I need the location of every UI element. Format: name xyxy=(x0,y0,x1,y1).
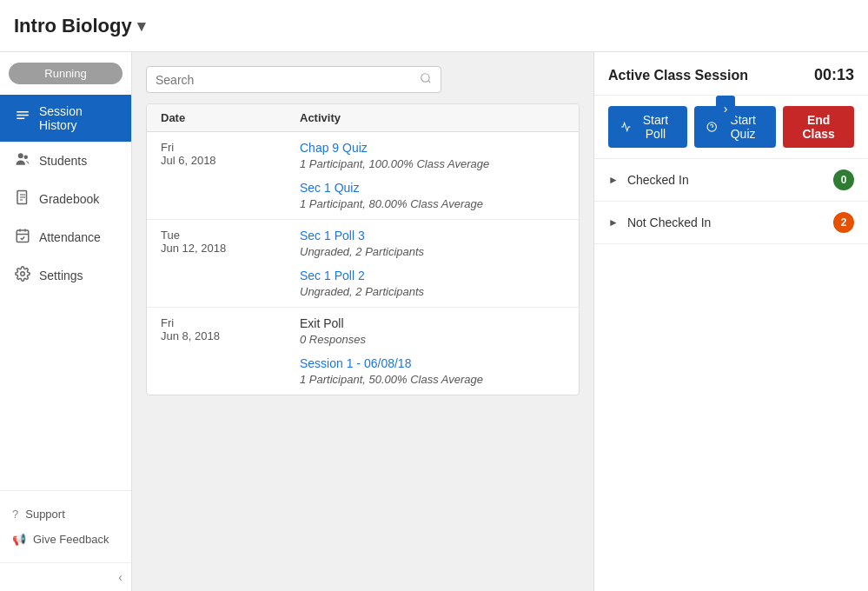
svg-point-4 xyxy=(24,156,29,160)
date-cell: Tue Jun 12, 2018 xyxy=(161,229,300,255)
right-panel-header: Active Class Session 00:13 xyxy=(594,52,868,96)
activity-entry: Session 1 - 06/08/18 1 Participant, 50.0… xyxy=(300,356,565,386)
content-wrapper: Date Activity Fri Jul 6, 2018 Chap 9 Qui… xyxy=(132,52,868,591)
checked-in-row[interactable]: ► Checked In 0 xyxy=(594,159,868,202)
date-day: Fri xyxy=(161,141,300,154)
col-header-activity: Activity xyxy=(300,111,565,124)
checked-in-chevron: ► xyxy=(608,174,619,186)
date-day: Fri xyxy=(161,316,300,329)
activity-link[interactable]: Session 1 - 06/08/18 xyxy=(300,356,565,370)
svg-point-3 xyxy=(18,153,23,158)
activity-entry: Sec 1 Poll 2 Ungraded, 2 Participants xyxy=(300,269,565,298)
svg-point-14 xyxy=(421,74,429,82)
sidebar-collapse-button[interactable]: ‹ xyxy=(0,562,131,591)
class-timer: 00:13 xyxy=(814,66,854,84)
activity-cell: Exit Poll 0 Responses Session 1 - 06/08/… xyxy=(300,316,565,386)
sidebar: Running Session History Students Gradebo… xyxy=(0,52,132,591)
gradebook-icon xyxy=(15,189,30,209)
quiz-icon xyxy=(706,120,717,134)
date-cell: Fri Jun 8, 2018 xyxy=(161,316,300,342)
support-icon: ? xyxy=(12,508,18,521)
end-class-button[interactable]: End Class xyxy=(783,106,854,148)
table-header: Date Activity xyxy=(147,104,579,132)
table-row: Tue Jun 12, 2018 Sec 1 Poll 3 Ungraded, … xyxy=(147,220,579,308)
table-row: Fri Jun 8, 2018 Exit Poll 0 Responses Se… xyxy=(147,308,579,395)
activity-name-plain: Exit Poll xyxy=(300,316,565,330)
main-layout: Running Session History Students Gradebo… xyxy=(0,52,868,591)
svg-rect-9 xyxy=(17,230,29,242)
search-bar xyxy=(146,66,441,93)
feedback-link[interactable]: 📢 Give Feedback xyxy=(12,527,119,552)
collapse-icon: ‹ xyxy=(118,570,123,584)
activity-link[interactable]: Chap 9 Quiz xyxy=(300,141,565,155)
checked-in-label: Checked In xyxy=(627,173,833,187)
activity-entry: Sec 1 Poll 3 Ungraded, 2 Participants xyxy=(300,229,565,258)
activity-detail: 0 Responses xyxy=(300,333,366,346)
feedback-label: Give Feedback xyxy=(33,533,109,546)
activity-link[interactable]: Sec 1 Quiz xyxy=(300,181,565,195)
start-poll-button[interactable]: Start Poll xyxy=(608,106,687,148)
attendance-icon xyxy=(15,228,30,247)
sidebar-item-settings[interactable]: Settings xyxy=(0,256,131,295)
session-table: Date Activity Fri Jul 6, 2018 Chap 9 Qui… xyxy=(146,103,580,395)
sidebar-item-label: Settings xyxy=(39,269,83,282)
activity-cell: Chap 9 Quiz 1 Participant, 100.00% Class… xyxy=(300,141,565,210)
date-cell: Fri Jul 6, 2018 xyxy=(161,141,300,167)
activity-link[interactable]: Sec 1 Poll 2 xyxy=(300,269,565,282)
feedback-icon: 📢 xyxy=(12,533,26,546)
sidebar-item-attendance[interactable]: Attendance xyxy=(0,218,131,256)
session-history-icon xyxy=(15,109,30,128)
sidebar-item-label: Gradebook xyxy=(39,192,99,206)
sidebar-item-session-history[interactable]: Session History xyxy=(0,95,131,142)
date-full: Jun 12, 2018 xyxy=(161,242,300,255)
sidebar-nav: Session History Students Gradebook Atten… xyxy=(0,95,131,490)
activity-detail: Ungraded, 2 Participants xyxy=(300,285,424,298)
sidebar-item-label: Students xyxy=(39,154,87,168)
activity-entry: Exit Poll 0 Responses xyxy=(300,316,565,346)
content-area: Date Activity Fri Jul 6, 2018 Chap 9 Qui… xyxy=(132,52,593,591)
table-row: Fri Jul 6, 2018 Chap 9 Quiz 1 Participan… xyxy=(147,132,579,220)
panel-toggle-button[interactable]: › xyxy=(716,96,735,122)
activity-detail: 1 Participant, 50.00% Class Average xyxy=(300,373,483,386)
sidebar-item-label: Attendance xyxy=(39,230,101,244)
search-input[interactable] xyxy=(156,73,420,87)
svg-rect-1 xyxy=(17,115,29,116)
activity-detail: Ungraded, 2 Participants xyxy=(300,245,424,258)
svg-rect-2 xyxy=(17,118,24,120)
app-header: Intro Biology ▾ xyxy=(0,0,868,52)
settings-icon xyxy=(15,266,30,285)
date-day: Tue xyxy=(161,229,300,242)
not-checked-in-label: Not Checked In xyxy=(627,216,833,229)
date-full: Jul 6, 2018 xyxy=(161,154,300,167)
active-class-title: Active Class Session xyxy=(608,68,748,83)
checkin-section: ► Checked In 0 ► Not Checked In 2 xyxy=(594,159,868,244)
activity-link[interactable]: Sec 1 Poll 3 xyxy=(300,229,565,242)
sidebar-status: Running xyxy=(9,63,123,84)
checked-in-badge: 0 xyxy=(833,169,854,190)
svg-rect-0 xyxy=(17,111,29,113)
title-text: Intro Biology xyxy=(14,15,132,37)
activity-entry: Chap 9 Quiz 1 Participant, 100.00% Class… xyxy=(300,141,565,170)
activity-cell: Sec 1 Poll 3 Ungraded, 2 Participants Se… xyxy=(300,229,565,298)
students-icon xyxy=(15,151,30,170)
title-chevron[interactable]: ▾ xyxy=(137,17,145,36)
not-checked-in-row[interactable]: ► Not Checked In 2 xyxy=(594,202,868,244)
search-icon xyxy=(420,72,432,87)
svg-line-15 xyxy=(428,81,431,83)
app-title[interactable]: Intro Biology ▾ xyxy=(14,15,145,37)
sidebar-footer: ? Support 📢 Give Feedback xyxy=(0,490,131,562)
col-header-date: Date xyxy=(161,111,300,124)
support-link[interactable]: ? Support xyxy=(12,501,119,527)
not-checked-in-chevron: ► xyxy=(608,216,619,229)
date-full: Jun 8, 2018 xyxy=(161,329,300,342)
activity-detail: 1 Participant, 80.00% Class Average xyxy=(300,197,483,210)
right-panel: Active Class Session 00:13 Start Poll St… xyxy=(593,52,868,591)
poll-icon xyxy=(620,120,631,134)
sidebar-item-label: Session History xyxy=(39,104,119,132)
support-label: Support xyxy=(25,508,65,521)
activity-detail: 1 Participant, 100.00% Class Average xyxy=(300,157,489,170)
sidebar-item-students[interactable]: Students xyxy=(0,142,131,180)
sidebar-item-gradebook[interactable]: Gradebook xyxy=(0,180,131,218)
activity-entry: Sec 1 Quiz 1 Participant, 80.00% Class A… xyxy=(300,181,565,210)
svg-point-13 xyxy=(21,272,25,276)
